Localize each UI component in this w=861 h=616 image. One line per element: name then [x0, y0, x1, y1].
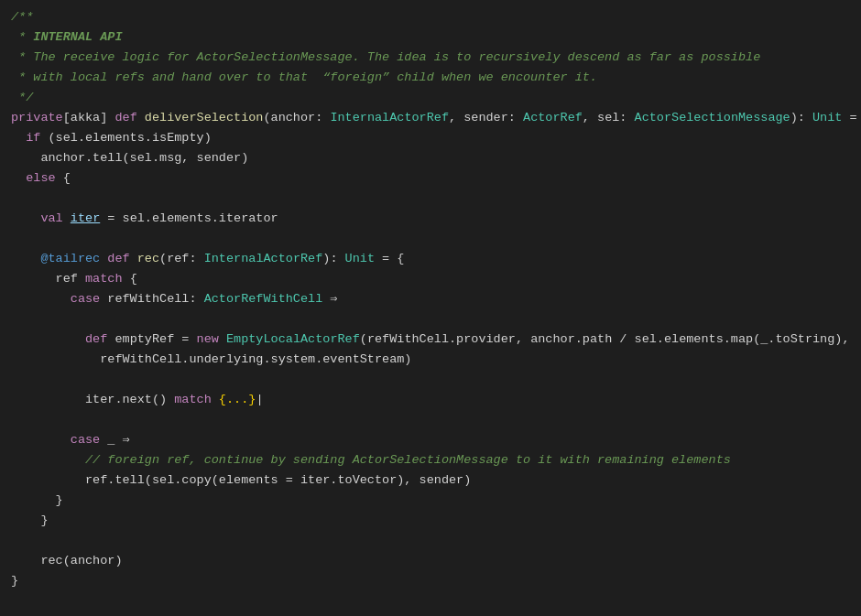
code-line-17: def emptyRef = new EmptyLocalActorRef(re…: [0, 330, 861, 350]
comment-span: /**: [11, 7, 33, 27]
type-selection: ActorSelectionMessage: [635, 108, 790, 128]
plain-text: refWithCell:: [100, 289, 203, 309]
indent: [11, 330, 85, 350]
code-line-14: ref match {: [0, 269, 861, 289]
keyword-case2: case: [71, 430, 100, 450]
code-line-24: ref.tell(sel.copy(elements = iter.toVect…: [0, 470, 861, 491]
plain-colon: ):: [322, 249, 344, 269]
code-line-2: * INTERNAL API: [0, 27, 861, 48]
blank: [11, 229, 18, 249]
indent: ref: [11, 269, 85, 289]
code-line-4: * with local refs and hand over to that …: [0, 68, 861, 88]
keyword-match: match: [85, 269, 123, 289]
code-line-16: [0, 309, 861, 330]
plain-args: (refWithCell.provider, anchor.path / sel…: [360, 330, 850, 350]
cursor: |: [256, 390, 263, 410]
code-line-11: val iter = sel.elements.iterator: [0, 209, 861, 229]
code-line-22: case _ ⇒: [0, 430, 861, 450]
keyword-private: private: [11, 108, 63, 128]
keyword-new: new: [197, 330, 219, 350]
keyword-val: val: [40, 209, 62, 229]
space2: [130, 249, 137, 269]
comment-span: */: [11, 88, 33, 108]
code-line-28: rec(anchor): [0, 551, 861, 571]
code-line-1: /**: [0, 7, 861, 27]
code-line-13: @tailrec def rec(ref: InternalActorRef):…: [0, 249, 861, 269]
code-line-5: */: [0, 88, 861, 108]
code-line-7: if (sel.elements.isEmpty): [0, 128, 861, 148]
code-line-3: * The receive logic for ActorSelectionMe…: [0, 48, 861, 68]
code-line-19: [0, 370, 861, 390]
code-line-25: }: [0, 491, 861, 511]
wildcard: _ ⇒: [100, 430, 129, 450]
plain-text: (anchor:: [263, 108, 330, 128]
indent: }: [11, 511, 49, 531]
function-name: deliverSelection: [145, 108, 264, 128]
indent: refWithCell.underlying.system.eventStrea…: [11, 350, 411, 370]
indent: [11, 128, 26, 148]
inline-comment: // foreign ref, continue by sending Acto…: [85, 450, 731, 470]
indent: [11, 430, 71, 450]
plain-comma2: , sel:: [583, 108, 635, 128]
plain-eq: =: [842, 108, 856, 128]
func-rec: rec: [137, 249, 159, 269]
blank: [11, 531, 18, 551]
code-line-10: [0, 189, 861, 209]
code-line-6: private[akka] def deliverSelection(ancho…: [0, 108, 861, 128]
comment-span: * INTERNAL API: [11, 27, 123, 48]
comment-span: * with local refs and hand over to that …: [11, 68, 597, 88]
code-line-29: }: [0, 571, 861, 591]
code-line-23: // foreign ref, continue by sending Acto…: [0, 450, 861, 470]
indent: iter.next(): [11, 390, 174, 410]
space: [100, 249, 107, 269]
closing-brace: }: [11, 571, 18, 591]
code-line-27: [0, 531, 861, 551]
type-actor: ActorRef: [523, 108, 583, 128]
type-elar: EmptyLocalActorRef: [226, 330, 360, 350]
indent: ref.tell(sel.copy(elements = iter.toVect…: [11, 470, 471, 491]
annotation-tailrec: @tailrec: [40, 249, 100, 269]
code-line-26: }: [0, 511, 861, 531]
keyword-case: case: [71, 289, 100, 309]
space: emptyRef =: [107, 330, 196, 350]
indent: }: [11, 491, 63, 511]
comment-span: * The receive logic for ActorSelectionMe…: [11, 48, 760, 68]
brace2: {: [123, 269, 137, 289]
code-line-9: else {: [0, 168, 861, 189]
brace: {: [56, 168, 71, 189]
curly-bracket: {...}: [219, 390, 256, 410]
code-line-21: [0, 410, 861, 430]
indent: [11, 168, 26, 189]
plain-bracket: [akka]: [63, 108, 115, 128]
indent: [11, 289, 71, 309]
code-line-18: refWithCell.underlying.system.eventStrea…: [0, 350, 861, 370]
keyword-def3: def: [85, 330, 107, 350]
keyword-else: else: [26, 168, 55, 189]
space: [63, 209, 71, 229]
type-unit: Unit: [812, 108, 842, 128]
code-line-15: case refWithCell: ActorRefWithCell ⇒: [0, 289, 861, 309]
fat-arrow: ⇒: [322, 289, 337, 309]
type-arwc: ActorRefWithCell: [204, 289, 323, 309]
plain-brace: = {: [375, 249, 404, 269]
code-line-20: iter.next() match {...}|: [0, 390, 861, 410]
plain-comma: , sender:: [449, 108, 523, 128]
type-iarref: InternalActorRef: [204, 249, 323, 269]
blank: [11, 309, 18, 330]
code-editor: /** * INTERNAL API * The receive logic f…: [0, 0, 861, 616]
blank: [11, 370, 18, 390]
keyword-def2: def: [107, 249, 129, 269]
keyword-match2: match: [174, 390, 212, 410]
type-internal: InternalActorRef: [330, 108, 449, 128]
indent: [11, 249, 40, 269]
plain-paren: (ref:: [159, 249, 204, 269]
code-line-8: anchor.tell(sel.msg, sender): [0, 148, 861, 168]
code-line-12: [0, 229, 861, 249]
indent: rec(anchor): [11, 551, 123, 571]
plain-eq: = sel.elements.iterator: [100, 209, 278, 229]
plain-text: (sel.elements.isEmpty): [40, 128, 211, 148]
space2: [219, 330, 226, 350]
space: [212, 390, 219, 410]
var-iter: iter: [71, 209, 100, 229]
blank: [11, 410, 18, 430]
